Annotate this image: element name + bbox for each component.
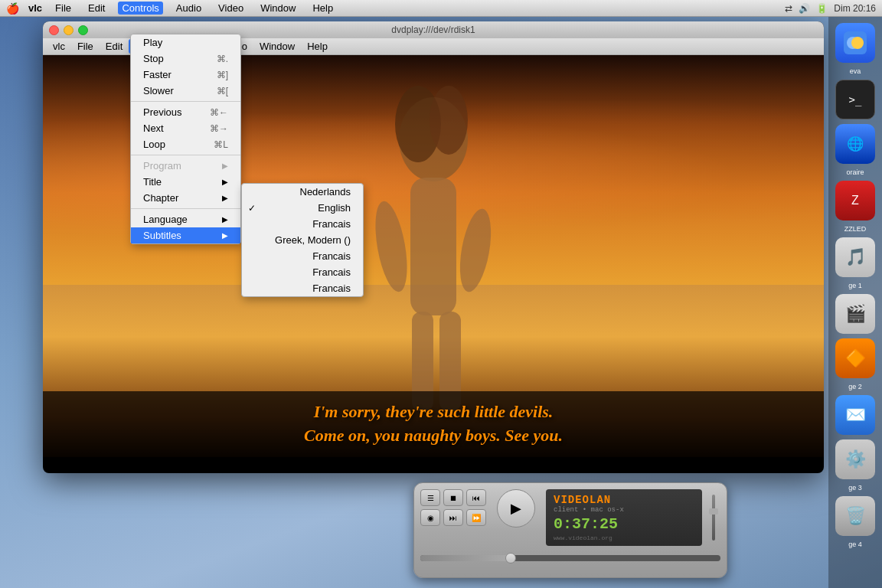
menu-stop-shortcut: ⌘. [217,54,228,64]
menu-previous[interactable]: Previous ⌘← [131,104,240,120]
menu-chapter-label: Chapter [143,192,178,204]
svg-point-10 [851,37,864,49]
videolan-subtitle: client • mac os-x [554,506,694,514]
vlc-menu-edit[interactable]: Edit [100,39,129,54]
menubar-edit[interactable]: Edit [84,2,109,15]
menu-loop[interactable]: Loop ⌘L [131,136,240,152]
menu-program-arrow: ▶ [222,162,228,170]
menu-play[interactable]: Play [131,34,240,51]
subtitle-line2: Come on, you naughty boys. See you. [58,424,808,448]
menubar-audio[interactable]: Audio [172,2,205,15]
subtitle-option-francais-4[interactable]: Francais [242,280,363,296]
player-prev-btn[interactable]: ⏮ [466,489,486,506]
vlc-menu-vlc[interactable]: vlc [47,39,71,54]
menu-slower-label: Slower [143,85,174,96]
volume-control[interactable] [707,489,720,546]
player-menu-btn[interactable]: ☰ [420,489,440,506]
dock-icon-terminal[interactable]: >_ [835,80,875,119]
subtitle-option-nederlands[interactable]: Nederlands [242,184,363,200]
menubar-controls[interactable]: Controls [118,2,162,15]
menu-faster[interactable]: Faster ⌘] [131,67,240,83]
menu-loop-label: Loop [143,139,165,150]
dock-sidebar: eva >_ 🌐 oraire Z ZZLED 🎵 ge 1 🎬 🔶 ge 2 … [828,17,882,588]
player-left-controls: ☰ ⏹ ⏮ ◉ ⏭ ⏩ [420,489,486,546]
subtitle-option-english[interactable]: ✓ English [242,200,363,216]
wifi-icon: ⇄ [785,3,792,14]
dock-icon-vlc[interactable]: 🔶 [835,338,875,378]
svg-point-5 [455,207,497,295]
vlc-menu-file[interactable]: File [71,39,100,54]
menu-stop-label: Stop [143,53,164,64]
subtitle-option-greek[interactable]: Greek, Modern () [242,232,363,248]
dock-icon-music[interactable]: 🎵 [835,237,875,277]
menu-slower[interactable]: Slower ⌘[ [131,83,240,99]
menubar-help[interactable]: Help [309,2,337,15]
player-info-display: VIDEOLAN client • mac os-x 0:37:25 www.v… [546,489,702,546]
dock-icon-pref[interactable]: ⚙️ [835,439,875,479]
subtitle-line1: I'm sorry, they're such little devils. [58,400,808,424]
volume-handle[interactable] [709,508,718,514]
menu-faster-shortcut: ⌘] [217,70,228,80]
menu-separator-3 [131,208,240,209]
progress-handle[interactable] [505,553,516,564]
menu-next-label: Next [143,122,164,134]
apple-menu[interactable]: 🍎 [6,2,19,15]
menubar-file[interactable]: File [51,2,75,15]
subtitles-area: I'm sorry, they're such little devils. C… [43,391,824,457]
player-next-btn[interactable]: ⏭ [443,509,463,526]
close-button[interactable] [49,25,59,35]
player-time-display: 0:37:25 [554,515,694,533]
menu-language-arrow: ▶ [222,215,228,224]
menu-subtitles[interactable]: Subtitles ▶ [131,227,240,243]
vlc-menu-help[interactable]: Help [301,39,334,54]
check-francais-4 [248,283,250,294]
dock-icon-mail[interactable]: ✉️ [835,395,875,435]
dock-icon-finder[interactable] [835,23,875,63]
player-play-button[interactable]: ▶ [497,489,535,528]
app-name[interactable]: vlc [28,2,42,14]
dock-label-eva: eva [850,67,861,75]
maximize-button[interactable] [78,25,88,35]
system-time: Dim 20:16 [834,3,876,14]
menubar-video[interactable]: Video [214,2,247,15]
menu-subtitles-label: Subtitles [143,230,181,241]
svg-point-4 [370,199,413,294]
minimize-button[interactable] [64,25,74,35]
menubar-right: ⇄ 🔊 🔋 Dim 20:16 [785,3,876,14]
player-ff-btn[interactable]: ⏩ [466,509,486,526]
menu-language[interactable]: Language ▶ [131,211,240,227]
menu-next-shortcut: ⌘→ [210,123,228,134]
menu-next[interactable]: Next ⌘→ [131,120,240,136]
subtitle-option-francais-3[interactable]: Francais [242,264,363,280]
player-extra-btn[interactable]: ◉ [420,509,440,526]
svg-point-2 [430,86,468,155]
player-progress-bar[interactable] [420,555,720,561]
subtitle-francais-2-label: Francais [312,250,351,262]
menu-separator-2 [131,155,240,155]
menubar-window[interactable]: Window [256,2,299,15]
vlc-menu-window[interactable]: Window [253,39,301,54]
subtitle-option-francais-1[interactable]: Francais [242,216,363,232]
menu-chapter-arrow: ▶ [222,194,228,202]
dock-label-ge1: ge 1 [848,282,862,289]
player-top-controls: ☰ ⏹ ⏮ ◉ ⏭ ⏩ ▶ VIDEOLAN client • mac os-x… [414,483,727,552]
vlc-player-widget: ☰ ⏹ ⏮ ◉ ⏭ ⏩ ▶ VIDEOLAN client • mac os-x… [413,482,727,578]
menu-play-label: Play [143,37,162,48]
videolan-logo: VIDEOLAN [554,494,694,506]
player-stop-btn[interactable]: ⏹ [443,489,463,506]
menu-program-label: Program [143,160,181,172]
subtitle-option-francais-2[interactable]: Francais [242,248,363,264]
player-btn-row-1: ☰ ⏹ ⏮ [420,489,486,506]
svg-rect-3 [410,178,456,315]
menu-title[interactable]: Title ▶ [131,174,240,190]
subtitle-francais-3-label: Francais [312,266,351,278]
dock-icon-trash[interactable]: 🗑️ [835,496,875,536]
desktop: 🍎 vlc File Edit Controls Audio Video Win… [0,0,882,588]
menu-chapter[interactable]: Chapter ▶ [131,190,240,206]
check-greek [248,235,250,246]
dock-icon-browser[interactable]: 🌐 [835,124,875,164]
dock-icon-zzled[interactable]: Z [835,181,875,220]
dock-icon-film[interactable]: 🎬 [835,294,875,334]
menu-separator-1 [131,101,240,102]
menu-stop[interactable]: Stop ⌘. [131,51,240,67]
